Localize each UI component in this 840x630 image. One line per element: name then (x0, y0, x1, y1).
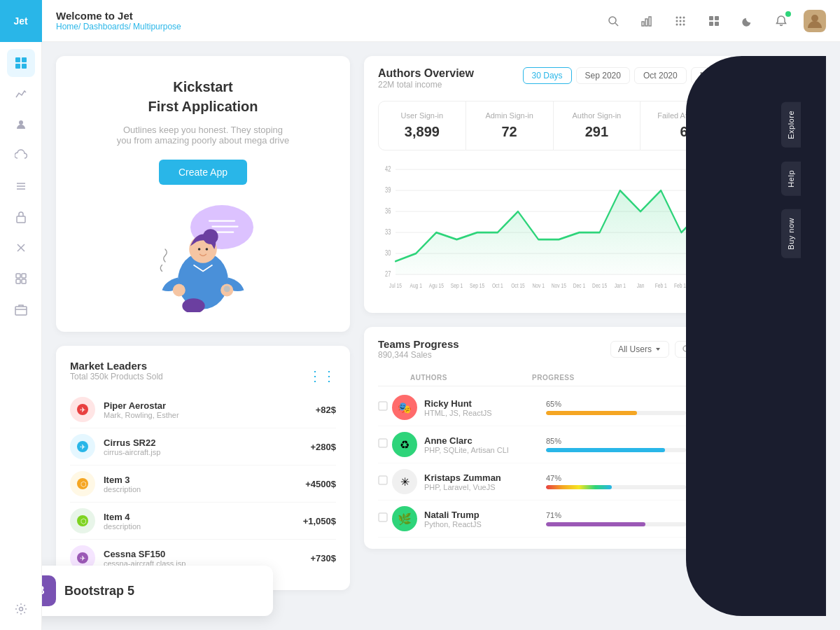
svg-point-47 (206, 248, 209, 251)
svg-point-28 (676, 23, 678, 25)
market-item-value: +730$ (310, 553, 336, 564)
create-app-button[interactable]: Create App (159, 160, 247, 185)
search-box[interactable]: Search (675, 341, 728, 358)
search-icon[interactable] (602, 10, 624, 32)
row-checkbox[interactable] (378, 438, 392, 451)
list-item: ⬡ Item 4 description +1,050$ (70, 503, 336, 540)
bootstrap-promo: B Bootstrap 5 (42, 566, 273, 616)
bootstrap-icon: B (42, 575, 56, 606)
svg-text:30: 30 (385, 249, 391, 257)
svg-text:Mar 1: Mar 1 (696, 282, 708, 289)
row-checkbox[interactable] (378, 401, 392, 414)
svg-text:Jan 1: Jan 1 (615, 282, 626, 289)
market-item-info: Item 3 description (104, 475, 305, 493)
dark-right-panel: Explore Help Buy now (756, 56, 826, 616)
svg-line-18 (615, 23, 618, 26)
sidebar-item-box[interactable] (7, 295, 35, 323)
svg-text:Aug 1: Aug 1 (410, 282, 421, 289)
team-table-header: AUTHORS PROGRESS ACTION (378, 370, 728, 386)
market-item-icon: ⬡ (70, 508, 95, 533)
svg-point-4 (19, 120, 23, 125)
grid-icon[interactable] (669, 10, 692, 32)
app-logo[interactable]: Jet (0, 0, 42, 42)
team-progress: 85% (546, 437, 686, 452)
svg-point-46 (198, 248, 201, 251)
avatar[interactable] (804, 10, 826, 32)
svg-rect-8 (17, 216, 25, 223)
market-list: ✈ Piper Aerostar Mark, Rowling, Esther +… (70, 391, 336, 576)
sidebar-item-dashboard[interactable] (7, 49, 35, 77)
row-checkbox[interactable] (378, 512, 392, 525)
svg-rect-0 (15, 57, 20, 62)
stat-failed-attempts: Failed Attempts 6 (640, 102, 727, 150)
team-member-info: Anne Clarc PHP, SQLite, Artisan CLI (424, 435, 546, 454)
right-column: Authors Overview 22M total income 30 Day… (364, 56, 742, 616)
filter-30days[interactable]: 30 Days (523, 67, 572, 84)
market-more-icon[interactable]: ⋮⋮ (308, 368, 336, 384)
sidebar-item-menu[interactable] (7, 265, 35, 293)
team-member-info: Kristaps Zumman PHP, Laravel, VueJS (424, 472, 546, 491)
search-placeholder: Search (694, 344, 720, 354)
svg-rect-20 (645, 19, 648, 26)
team-avatar: ♻ (392, 432, 417, 457)
svg-text:Nov 1: Nov 1 (532, 282, 544, 289)
svg-rect-12 (22, 274, 26, 278)
market-item-value: +280$ (310, 442, 336, 452)
svg-point-26 (680, 20, 682, 22)
help-button[interactable]: Help (781, 162, 801, 196)
svg-point-17 (609, 17, 616, 24)
view-button[interactable]: View (693, 437, 728, 452)
filter-oct2020[interactable]: Oct 2020 (634, 67, 687, 84)
svg-rect-15 (15, 307, 27, 315)
kickstart-title: Kickstart First Application (148, 77, 258, 116)
list-item: ⬡ Item 3 description +4500$ (70, 465, 336, 503)
explore-button[interactable]: Explore (781, 102, 801, 148)
market-subtitle: Total 350k Products Sold (70, 372, 163, 382)
row-checkbox[interactable] (378, 475, 392, 488)
market-item-info: Piper Aerostar Mark, Rowling, Esther (104, 400, 316, 419)
filter-more[interactable]: More (691, 67, 728, 84)
sidebar-item-list[interactable] (7, 172, 35, 200)
table-row: 🎭 Ricky Hunt HTML, JS, ReactJS 65% View (378, 389, 728, 426)
svg-point-27 (683, 20, 685, 22)
view-button[interactable]: View (693, 400, 728, 415)
svg-point-25 (676, 20, 678, 22)
sidebar-item-settings[interactable] (7, 595, 35, 623)
market-item-value: +82$ (316, 405, 336, 415)
buy-now-button[interactable]: Buy now (781, 209, 801, 258)
svg-point-90 (683, 346, 689, 351)
chart-area: 42 39 36 33 30 27 (378, 162, 728, 302)
team-action: View (686, 400, 728, 415)
svg-rect-31 (709, 16, 713, 20)
svg-rect-1 (22, 57, 27, 62)
authors-header: Authors Overview 22M total income 30 Day… (378, 67, 728, 98)
market-item-icon: ⬡ (70, 471, 95, 496)
svg-rect-2 (15, 64, 20, 69)
authors-income: 22M total income (378, 80, 474, 90)
sidebar-item-lock[interactable] (7, 203, 35, 231)
analytics-icon[interactable] (636, 10, 658, 32)
team-action: View (686, 437, 728, 452)
filter-sep2020[interactable]: Sep 2020 (576, 67, 630, 84)
sidebar-item-close[interactable] (7, 234, 35, 262)
team-progress: 71% (546, 511, 686, 526)
view-button[interactable]: View (693, 474, 728, 489)
svg-point-45 (203, 229, 218, 244)
svg-text:Nov 15: Nov 15 (552, 282, 567, 289)
dark-mode-icon[interactable] (736, 10, 759, 32)
authors-column-header: AUTHORS (392, 374, 532, 382)
svg-text:✈: ✈ (80, 554, 85, 562)
svg-text:✈: ✈ (80, 443, 85, 451)
market-item-icon: ✈ (70, 397, 95, 422)
view-button[interactable]: View (693, 511, 728, 526)
sidebar-item-cloud[interactable] (7, 141, 35, 169)
users-filter[interactable]: All Users (610, 341, 669, 358)
sidebar-item-user[interactable] (7, 111, 35, 139)
svg-text:Jan: Jan (637, 282, 645, 289)
teams-filters: All Users Search (610, 341, 728, 358)
svg-text:Jul 15: Jul 15 (389, 282, 402, 289)
sidebar-item-chart[interactable] (7, 80, 35, 108)
apps-icon[interactable] (703, 10, 725, 32)
notification-icon[interactable] (770, 10, 792, 32)
svg-rect-14 (22, 279, 26, 284)
